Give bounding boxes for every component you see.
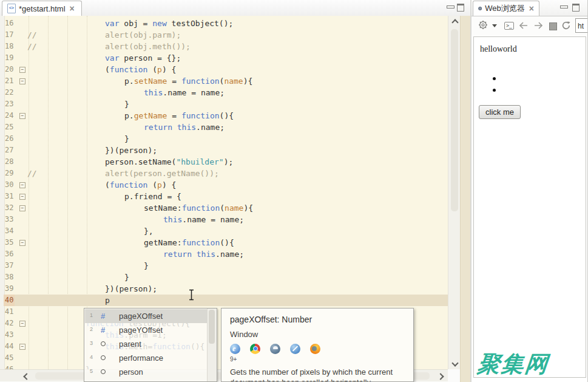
line-number: 46: [5, 364, 13, 369]
tooltip-context: Window: [230, 330, 405, 339]
hbuilder-window: <> *getstart.html × 1617181920−21−222324…: [0, 0, 588, 382]
code-line[interactable]: p.setName = function(name){: [27, 75, 448, 87]
popup-item[interactable]: 1#pageXOffset: [85, 309, 207, 323]
list-item-bullet: [493, 77, 496, 80]
code-line[interactable]: getName:function(){: [27, 237, 448, 248]
line-number: 32: [5, 202, 13, 214]
firefox-browser-icon: [310, 344, 320, 354]
close-icon[interactable]: ×: [70, 4, 75, 13]
popup-item-label: pageXOffset: [119, 309, 163, 323]
line-number: 43: [5, 329, 13, 341]
code-line[interactable]: }: [27, 260, 448, 271]
forward-icon[interactable]: [533, 21, 544, 30]
tooltip-description: Gets the number of pixels by which the c…: [230, 367, 411, 382]
fold-marker-icon[interactable]: −: [19, 240, 25, 246]
gutter-line: 30−: [0, 179, 27, 191]
code-line[interactable]: //alert(obj.parm);: [27, 29, 448, 41]
code-line[interactable]: }: [27, 98, 448, 110]
code-line[interactable]: return this.name;: [27, 248, 448, 260]
minimize-icon[interactable]: [560, 5, 568, 9]
code-line[interactable]: p.getName = function(){: [27, 110, 448, 121]
popup-item-index: 2: [90, 326, 93, 332]
back-icon[interactable]: [518, 21, 529, 30]
tab-web-browser[interactable]: Web浏览器 ×: [473, 1, 539, 16]
code-line[interactable]: }: [27, 271, 448, 283]
gutter-line: 27: [0, 145, 27, 156]
code-line[interactable]: setName:function(name){: [27, 202, 448, 214]
line-number: 41: [5, 306, 13, 318]
code-line[interactable]: var person = {};: [27, 52, 448, 64]
code-line[interactable]: this.name = name;: [27, 87, 448, 98]
stop-icon[interactable]: [549, 22, 557, 30]
line-number: 22: [5, 87, 13, 98]
line-number: 39: [5, 283, 13, 295]
fold-marker-icon[interactable]: −: [19, 78, 25, 84]
gutter-line: 34: [0, 225, 27, 237]
gutter-line: 41: [0, 306, 27, 318]
maximize-icon[interactable]: [572, 4, 580, 12]
code-line[interactable]: }: [27, 133, 448, 145]
gutter-line: 32−: [0, 202, 27, 214]
popup-item[interactable]: 3parent: [85, 337, 207, 351]
tooltip-min-version: 9+: [230, 356, 405, 363]
gutter-line: 44−: [0, 341, 27, 352]
line-number: 38: [5, 271, 13, 283]
scroll-left-icon[interactable]: [23, 373, 30, 380]
chevron-down-icon[interactable]: [492, 24, 497, 27]
refresh-icon[interactable]: [561, 20, 572, 31]
scroll-down-icon[interactable]: [451, 360, 458, 366]
code-line[interactable]: p: [27, 295, 448, 306]
line-number: 31: [5, 191, 13, 202]
chrome-browser-icon: [250, 344, 260, 354]
line-number: 21: [5, 75, 13, 87]
fold-marker-icon[interactable]: −: [19, 182, 25, 188]
fold-marker-icon[interactable]: −: [19, 67, 25, 73]
popup-item[interactable]: 5person: [85, 365, 207, 379]
fold-marker-icon[interactable]: −: [19, 194, 25, 200]
tab-getstart-html[interactable]: <> *getstart.html ×: [2, 1, 82, 16]
code-line[interactable]: this.name = name;: [27, 214, 448, 225]
minimize-icon[interactable]: [447, 5, 455, 9]
popup-item[interactable]: 2#pageYOffset: [85, 323, 207, 337]
code-line[interactable]: person.setName("hbuilder");: [27, 156, 448, 168]
scroll-right-icon[interactable]: [437, 373, 444, 380]
line-number: 16: [5, 18, 13, 29]
code-line[interactable]: (function (p) {: [27, 64, 448, 75]
fold-marker-icon[interactable]: −: [19, 205, 25, 211]
code-line[interactable]: var obj = new testObject();: [27, 18, 448, 29]
editor-tabbar: <> *getstart.html ×: [0, 0, 470, 16]
vertical-scrollbar[interactable]: [448, 16, 460, 369]
code-line[interactable]: },: [27, 225, 448, 237]
maximize-icon[interactable]: [457, 4, 464, 12]
vertical-scroll-thumb[interactable]: [451, 29, 458, 211]
code-line[interactable]: })(person);: [27, 145, 448, 156]
property-icon: #: [101, 311, 105, 321]
fold-marker-icon[interactable]: −: [19, 344, 25, 350]
code-line[interactable]: //alert(obj.meth());: [27, 41, 448, 52]
close-icon[interactable]: ×: [529, 4, 534, 13]
browser-support-icons: [230, 343, 405, 354]
click-me-button[interactable]: click me: [479, 105, 521, 119]
gutter-line: 18: [0, 41, 27, 52]
fold-marker-icon[interactable]: −: [19, 321, 25, 327]
popup-item-index: 3: [90, 340, 93, 346]
gutter-line: 40: [0, 295, 27, 306]
external-browser-icon[interactable]: >_: [504, 22, 514, 30]
url-input[interactable]: ht: [575, 18, 587, 33]
gutter-line: 31−: [0, 191, 27, 202]
code-line[interactable]: (function (p) {: [27, 179, 448, 191]
overview-ruler[interactable]: [460, 16, 470, 382]
code-line[interactable]: return this.name;: [27, 121, 448, 133]
popup-item[interactable]: 4performance: [85, 351, 207, 365]
code-line[interactable]: p.friend = {: [27, 191, 448, 202]
fold-marker-icon[interactable]: −: [19, 113, 25, 119]
code-line[interactable]: //alert(person.getName());: [27, 168, 448, 179]
ie-browser-icon: [230, 344, 240, 354]
gear-icon[interactable]: [478, 19, 488, 30]
gutter-line: 38: [0, 271, 27, 283]
gutter-line: 19: [0, 52, 27, 64]
popup-scroll-thumb[interactable]: [209, 310, 215, 344]
code-line[interactable]: })(person);: [27, 283, 448, 295]
scroll-up-icon[interactable]: [451, 19, 458, 26]
popup-scrollbar[interactable]: [207, 309, 217, 381]
